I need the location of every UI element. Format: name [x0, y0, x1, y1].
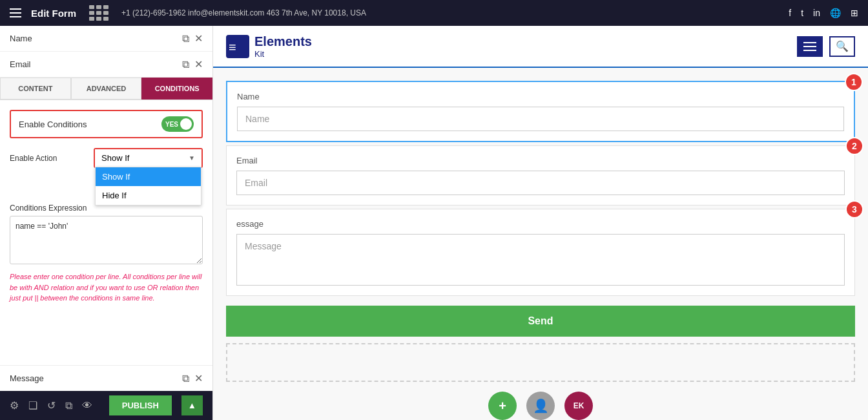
action-dropdown-menu: Show If Hide If [95, 167, 202, 205]
enable-action-label: Enable Action [10, 154, 94, 163]
chevron-down-icon: ▼ [189, 154, 195, 162]
bottom-dashed-area [226, 343, 855, 382]
tab-content[interactable]: CONTENT [0, 78, 71, 100]
email-duplicate-button[interactable]: ⧉ [182, 58, 189, 70]
instagram-icon[interactable]: ⊞ [851, 8, 858, 18]
email-section-title: Email [236, 156, 845, 165]
dropdown-item-hide-if[interactable]: Hide If [96, 186, 201, 205]
logo-icon: ≡ [226, 35, 249, 58]
settings-icon[interactable]: ⚙ [10, 399, 19, 412]
name-field-item[interactable]: Name ⧉ ✕ [0, 26, 212, 52]
message-duplicate-button[interactable]: ⧉ [182, 372, 189, 384]
enable-action-select[interactable]: Show If ▼ [95, 149, 202, 167]
add-circle-button[interactable]: + [488, 392, 517, 420]
toggle-knob [180, 118, 192, 130]
name-input-field[interactable]: Name [237, 107, 844, 131]
enable-conditions-toggle[interactable]: YES [161, 116, 194, 132]
page-title: Edit Form [31, 8, 76, 19]
layers-icon[interactable]: ❑ [28, 399, 37, 412]
logo: ≡ Elements Kit [226, 34, 312, 59]
contact-info: +1 (212)-695-1962 info@elementskit.com 4… [121, 8, 366, 17]
enable-conditions-row: Enable Conditions YES [10, 110, 203, 138]
site-header-actions: 🔍 [797, 36, 855, 57]
message-form-section: essage Message 3 [226, 209, 855, 296]
social-icons: f t in 🌐 ⊞ [789, 8, 858, 18]
enable-action-select-wrapper: Show If ▼ Show If Hide If [94, 148, 203, 168]
site-menu-button[interactable] [797, 36, 823, 57]
facebook-icon[interactable]: f [789, 8, 791, 18]
ek-circle-button[interactable]: EK [564, 392, 593, 420]
name-duplicate-button[interactable]: ⧉ [182, 32, 189, 45]
conditions-panel: Enable Conditions YES Enable Action Show… [0, 100, 212, 365]
message-field-item[interactable]: Message ⧉ ✕ [0, 365, 212, 391]
enable-action-row: Enable Action Show If ▼ Show If Hide If [10, 148, 203, 168]
hint-text: Please enter one condition per line. All… [10, 271, 203, 304]
annotation-2: 2 [845, 137, 863, 155]
top-bar: Edit Form +1 (212)-695-1962 info@element… [0, 0, 868, 26]
bottom-circles: + 👤 EK [226, 392, 855, 420]
tab-conditions[interactable]: CONDITIONS [141, 78, 212, 100]
svg-text:≡: ≡ [229, 40, 236, 54]
tab-advanced[interactable]: ADVANCED [71, 78, 142, 100]
email-input-field[interactable]: Email [236, 171, 845, 195]
message-delete-button[interactable]: ✕ [194, 372, 203, 384]
email-field-item[interactable]: Email ⧉ ✕ [0, 52, 212, 78]
enable-conditions-label: Enable Conditions [19, 120, 87, 129]
message-section-title: essage [236, 219, 845, 229]
globe-icon[interactable]: 🌐 [830, 8, 841, 18]
site-search-button[interactable]: 🔍 [829, 36, 855, 57]
name-section-title: Name [237, 92, 844, 101]
toggle-yes-label: YES [165, 121, 178, 128]
enable-action-value: Show If [101, 153, 129, 163]
undo-icon[interactable]: ↺ [47, 399, 56, 412]
name-field-label: Name [10, 34, 182, 43]
annotation-3: 3 [845, 200, 863, 218]
email-delete-button[interactable]: ✕ [194, 58, 203, 70]
duplicate-icon[interactable]: ⧉ [65, 400, 72, 412]
message-field-label: Message [10, 373, 182, 383]
name-form-section: Name Name 1 [226, 81, 855, 142]
expression-textarea[interactable]: name == 'John' [10, 216, 203, 264]
user-circle-button[interactable]: 👤 [526, 392, 555, 420]
expression-section: Conditions Expression name == 'John' Ple… [10, 204, 203, 304]
name-delete-button[interactable]: ✕ [194, 32, 203, 45]
grid-icon[interactable] [89, 5, 108, 21]
email-form-section: Email Email 2 [226, 145, 855, 205]
site-header: ≡ Elements Kit 🔍 [213, 26, 868, 68]
right-content: ≡ Elements Kit 🔍 Name Name [213, 26, 868, 420]
linkedin-icon[interactable]: in [813, 8, 820, 18]
hamburger-menu[interactable] [10, 8, 21, 17]
publish-button[interactable]: PUBLISH [109, 395, 172, 415]
send-button[interactable]: Send [226, 306, 855, 337]
view-icon[interactable]: 👁 [82, 400, 92, 412]
logo-text: Elements [254, 34, 312, 49]
form-area: Name Name 1 Email Email 2 essage [213, 68, 868, 420]
dropdown-item-show-if[interactable]: Show If [96, 167, 201, 186]
tabs-row: CONTENT ADVANCED CONDITIONS [0, 78, 212, 100]
bottom-toolbar: ⚙ ❑ ↺ ⧉ 👁 PUBLISH ▲ [0, 391, 212, 420]
message-input-field[interactable]: Message [236, 234, 845, 286]
annotation-1: 1 [845, 73, 863, 91]
left-panel: Name ⧉ ✕ Email ⧉ ✕ CONTENT ADVANCED COND… [0, 26, 213, 420]
email-field-label: Email [10, 59, 182, 69]
publish-arrow-button[interactable]: ▲ [181, 395, 203, 415]
twitter-icon[interactable]: t [801, 8, 803, 18]
logo-sub: Kit [254, 49, 312, 59]
